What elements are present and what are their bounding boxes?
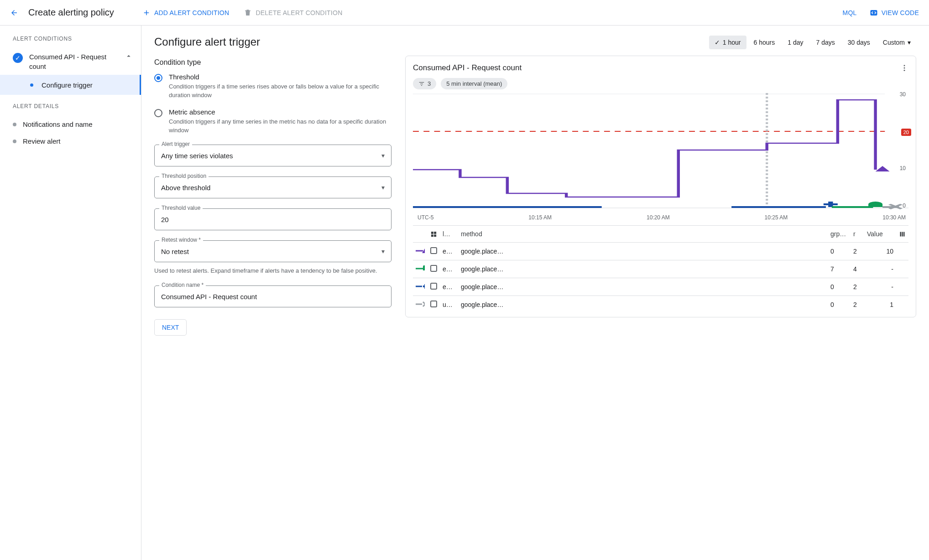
check-icon: ✓ <box>715 39 720 46</box>
columns-icon[interactable] <box>899 231 906 238</box>
sidebar-condition-name: Consumed API - Request count <box>29 52 118 71</box>
mql-button[interactable]: MQL <box>843 9 857 16</box>
chart-x-axis: UTC-5 10:15 AM 10:20 AM 10:25 AM 10:30 A… <box>413 212 908 221</box>
trash-icon <box>244 9 252 17</box>
threshold-badge: 20 <box>901 129 911 136</box>
sidebar-alert-details-header: ALERT DETAILS <box>0 103 141 109</box>
series-mark-icon <box>416 283 425 290</box>
form-column: Configure alert trigger Condition type T… <box>154 36 391 550</box>
condition-type-header: Condition type <box>154 58 391 67</box>
checkbox[interactable] <box>430 265 437 272</box>
table-row[interactable]: u…google.place…021 <box>413 296 908 314</box>
dot-icon <box>30 83 33 87</box>
view-code-button[interactable]: VIEW CODE <box>870 9 919 17</box>
table-row[interactable]: e…google.place…0210 <box>413 243 908 260</box>
checkbox[interactable] <box>430 283 437 290</box>
interval-chip[interactable]: 5 min interval (mean) <box>441 78 507 89</box>
chart-card: Consumed API - Request count 3 5 min int… <box>405 56 916 317</box>
sidebar-alert-conditions-header: ALERT CONDITIONS <box>0 36 141 42</box>
chevron-down-icon: ▾ <box>381 248 385 255</box>
time-opt-30days[interactable]: 30 days <box>842 36 876 49</box>
page-title: Create alerting policy <box>28 7 114 18</box>
time-opt-7days[interactable]: 7 days <box>810 36 840 49</box>
table-row[interactable]: e…google.place…02- <box>413 278 908 296</box>
code-icon <box>870 9 878 17</box>
series-mark-icon <box>416 248 425 254</box>
series-mark-icon <box>416 301 425 307</box>
radio-absence-desc: Condition triggers if any time series in… <box>169 118 391 135</box>
table-header-row: l… method grp… r Value <box>413 226 908 243</box>
grid-icon[interactable] <box>430 231 437 238</box>
filter-count-chip[interactable]: 3 <box>413 78 436 89</box>
time-opt-1hour[interactable]: ✓ 1 hour <box>709 36 746 49</box>
retest-helper-text: Used to retest alerts. Expand timeframe … <box>154 267 391 275</box>
legend-table: l… method grp… r Value e…google.place…02… <box>413 225 908 313</box>
sidebar-condition-row[interactable]: ✓ Consumed API - Request count <box>0 48 141 75</box>
delete-alert-condition-label: DELETE ALERT CONDITION <box>256 9 342 16</box>
radio-threshold-title: Threshold <box>169 73 391 81</box>
radio-threshold-desc: Condition triggers if a time series rise… <box>169 83 391 100</box>
preview-column: ✓ 1 hour 6 hours 1 day 7 days 30 days Cu… <box>405 36 916 550</box>
radio-metric-absence[interactable]: Metric absence Condition triggers if any… <box>154 108 391 135</box>
alert-trigger-select[interactable]: Alert trigger Any time series violates ▾ <box>154 145 391 166</box>
chart-title: Consumed API - Request count <box>413 63 522 73</box>
dot-icon <box>13 123 16 126</box>
chevron-down-icon: ▾ <box>381 152 385 159</box>
radio-icon <box>154 74 162 82</box>
retest-window-select[interactable]: Retest window * No retest ▾ <box>154 240 391 262</box>
filter-icon <box>418 81 425 87</box>
chevron-down-icon: ▾ <box>381 184 385 191</box>
add-alert-condition-label: ADD ALERT CONDITION <box>154 9 230 16</box>
checkbox[interactable] <box>430 301 437 307</box>
back-arrow-icon[interactable] <box>10 9 18 17</box>
delete-alert-condition-button[interactable]: DELETE ALERT CONDITION <box>244 9 342 17</box>
svg-point-3 <box>904 70 905 71</box>
configure-trigger-heading: Configure alert trigger <box>154 36 391 48</box>
check-circle-icon: ✓ <box>13 53 23 63</box>
sidebar-notifications-and-name[interactable]: Notifications and name <box>0 116 141 133</box>
dot-icon <box>13 140 16 143</box>
radio-icon <box>154 109 162 117</box>
top-bar: Create alerting policy ADD ALERT CONDITI… <box>0 0 929 26</box>
view-code-label: VIEW CODE <box>882 9 919 16</box>
add-alert-condition-button[interactable]: ADD ALERT CONDITION <box>142 9 230 17</box>
sidebar-review-alert[interactable]: Review alert <box>0 133 141 150</box>
table-row[interactable]: e…google.place…74- <box>413 260 908 278</box>
checkbox[interactable] <box>430 247 437 254</box>
time-opt-custom[interactable]: Custom ▾ <box>877 36 916 49</box>
time-range-selector: ✓ 1 hour 6 hours 1 day 7 days 30 days Cu… <box>405 36 916 49</box>
chevron-down-icon: ▾ <box>908 39 911 46</box>
radio-threshold[interactable]: Threshold Condition triggers if a time s… <box>154 73 391 100</box>
chevron-up-icon[interactable] <box>125 52 133 60</box>
next-button[interactable]: NEXT <box>154 319 187 336</box>
time-opt-6hours[interactable]: 6 hours <box>748 36 781 49</box>
svg-marker-8 <box>876 166 890 171</box>
plus-icon <box>142 9 151 17</box>
chart-plot[interactable]: 30 10 0 20 <box>413 93 908 212</box>
threshold-position-select[interactable]: Threshold position Above threshold ▾ <box>154 176 391 198</box>
svg-point-2 <box>904 67 905 69</box>
radio-absence-title: Metric absence <box>169 108 391 116</box>
sidebar-configure-trigger[interactable]: Configure trigger <box>0 75 141 95</box>
kebab-menu-icon[interactable] <box>900 64 908 72</box>
series-mark-icon <box>416 265 425 272</box>
svg-point-1 <box>904 65 905 66</box>
condition-name-input[interactable]: Condition name * Consumed API - Request … <box>154 285 391 307</box>
threshold-value-input[interactable]: Threshold value 20 <box>154 208 391 230</box>
time-opt-1day[interactable]: 1 day <box>782 36 809 49</box>
sidebar: ALERT CONDITIONS ✓ Consumed API - Reques… <box>0 26 141 560</box>
